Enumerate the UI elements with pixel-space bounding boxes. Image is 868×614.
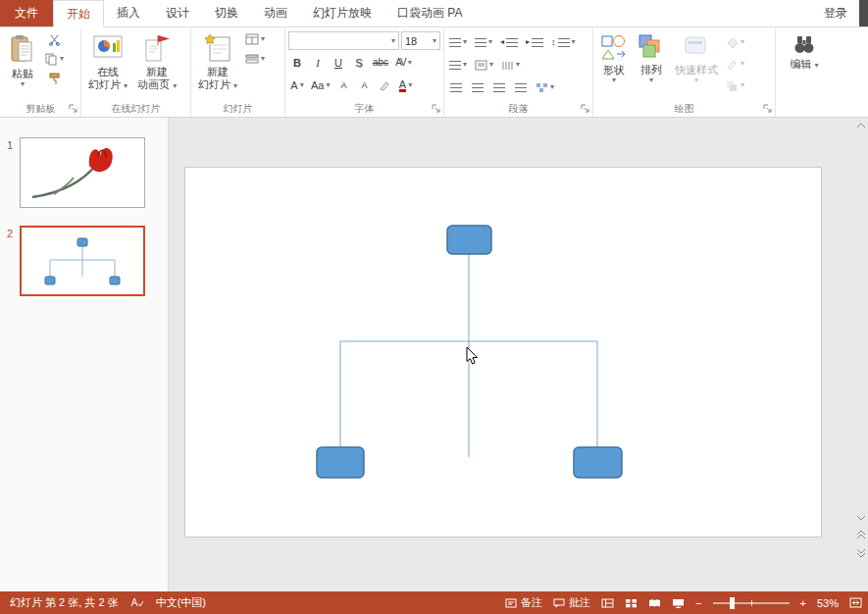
align-right-button[interactable]	[490, 77, 508, 97]
character-shadow-caret-icon: ▾	[300, 81, 304, 89]
paste-caret-icon: ▾	[21, 80, 25, 88]
font-dialog-launcher[interactable]	[432, 104, 441, 114]
normal-view-button[interactable]	[601, 598, 614, 608]
font-size-combobox[interactable]: 18 ▾	[401, 31, 440, 50]
clear-formatting-button[interactable]	[376, 76, 393, 95]
subscript-button[interactable]: A	[355, 76, 373, 95]
reading-view-button[interactable]	[648, 598, 661, 608]
numbering-button[interactable]: ▾	[473, 32, 494, 52]
character-spacing-button[interactable]: AV▾	[393, 53, 414, 73]
spell-check-button[interactable]	[130, 597, 144, 608]
normal-view-icon	[601, 598, 614, 608]
slide-2-thumbnail[interactable]	[20, 226, 145, 296]
slide-layout-button[interactable]: ▾	[243, 29, 267, 49]
comments-toggle-button[interactable]: 批注	[553, 595, 590, 610]
cut-button[interactable]	[43, 29, 66, 49]
statusbar-language[interactable]: 中文(中国)	[156, 595, 206, 610]
tab-design[interactable]: 设计	[153, 0, 202, 26]
copy-button[interactable]: ▾	[43, 49, 66, 69]
font-size-value: 18	[405, 35, 417, 47]
text-direction-button[interactable]: ▾	[447, 55, 469, 75]
org-chart-top-box[interactable]	[447, 226, 491, 254]
tab-insert[interactable]: 插入	[104, 0, 153, 26]
drawing-dialog-launcher[interactable]	[763, 104, 773, 114]
statusbar-slide-info[interactable]: 幻灯片 第 2 张, 共 2 张	[10, 595, 119, 610]
notes-toggle-button[interactable]: 备注	[505, 595, 542, 610]
new-animation-page-label-2: 动画页	[137, 78, 170, 90]
powerpoint-window: 文件 开始 插入 设计 切换 动画 幻灯片放映 口袋动画 PA 登录 粘贴 ▾	[0, 0, 868, 614]
italic-button[interactable]: I	[309, 53, 327, 73]
tab-transitions[interactable]: 切换	[202, 0, 251, 26]
increase-indent-button[interactable]: ▸	[524, 32, 545, 52]
edit-caret-icon: ▾	[815, 61, 819, 70]
justify-button[interactable]	[512, 77, 530, 97]
bullets-button[interactable]: ▾	[447, 32, 469, 52]
tab-home[interactable]: 开始	[53, 0, 104, 27]
tab-pocket-animation[interactable]: 口袋动画 PA	[384, 0, 475, 26]
tab-slideshow[interactable]: 幻灯片放映	[300, 0, 384, 26]
paste-button[interactable]: 粘贴 ▾	[4, 29, 41, 100]
scroll-up-button[interactable]	[856, 123, 866, 128]
tab-animations[interactable]: 动画	[251, 0, 300, 26]
zoom-level[interactable]: 53%	[817, 597, 839, 609]
org-chart-left-box[interactable]	[317, 447, 364, 478]
zoom-out-button[interactable]: −	[695, 597, 701, 609]
slideshow-view-button[interactable]	[672, 598, 685, 608]
format-painter-button[interactable]	[43, 69, 66, 88]
font-color-button[interactable]: A▾	[396, 76, 414, 95]
superscript-button[interactable]: A	[334, 76, 352, 95]
align-text-button[interactable]: ▾	[473, 55, 495, 75]
arrange-button[interactable]: 排列 ▾	[634, 29, 669, 100]
clipboard-group-label: 剪贴板	[26, 102, 56, 116]
online-slides-label-1: 在线	[97, 66, 119, 78]
org-chart-right-box[interactable]	[574, 447, 622, 478]
new-animation-page-caret-icon: ▾	[173, 81, 177, 90]
quick-styles-button[interactable]: 快速样式 ▾	[671, 29, 722, 100]
shape-fill-button[interactable]: ▾	[724, 32, 746, 52]
scroll-down-button[interactable]	[856, 515, 866, 521]
change-case-button[interactable]: Aa▾	[309, 76, 332, 95]
zoom-slider-thumb[interactable]	[730, 597, 735, 609]
character-spacing-caret-icon: ▾	[408, 59, 412, 67]
shape-fill-icon	[726, 37, 739, 48]
underline-button[interactable]: U	[330, 53, 347, 73]
slide-section-button[interactable]: ▾	[243, 49, 267, 69]
character-shadow-button[interactable]: A▾	[288, 76, 306, 95]
font-size-caret-icon: ▾	[433, 37, 436, 45]
login-button[interactable]: 登录	[812, 0, 859, 26]
bold-button[interactable]: B	[288, 53, 306, 73]
new-slide-button[interactable]: 新建 幻灯片 ▾	[194, 29, 241, 100]
online-slides-button[interactable]: 在线 幻灯片 ▾	[84, 29, 131, 100]
strikethrough-button[interactable]: abc	[371, 53, 390, 73]
align-left-icon	[450, 83, 462, 92]
shape-outline-button[interactable]: ▾	[724, 54, 746, 74]
slide-editing-surface[interactable]	[184, 167, 822, 537]
columns-button[interactable]: ▾	[499, 55, 522, 75]
previous-slide-button[interactable]	[856, 530, 866, 539]
paragraph-dialog-launcher[interactable]	[581, 104, 590, 114]
vertical-scrollbar[interactable]	[853, 118, 868, 591]
tab-file[interactable]: 文件	[0, 0, 53, 26]
columns-caret-icon: ▾	[516, 61, 520, 69]
align-left-button[interactable]	[447, 77, 465, 97]
font-name-combobox[interactable]: ▾	[288, 31, 399, 50]
convert-smartart-button[interactable]: ▾	[534, 77, 556, 97]
zoom-slider[interactable]	[713, 602, 790, 604]
fit-slide-to-window-button[interactable]	[849, 597, 862, 608]
edit-button[interactable]: 编辑 ▾	[786, 29, 822, 100]
slide-sorter-view-button[interactable]	[625, 598, 638, 608]
new-animation-page-button[interactable]: 新建 动画页 ▾	[133, 29, 180, 100]
clipboard-dialog-launcher[interactable]	[69, 104, 78, 114]
align-center-button[interactable]	[469, 77, 486, 97]
next-slide-button[interactable]	[856, 548, 866, 558]
font-group: ▾ 18 ▾ B I U S abc AV▾ A▾ A	[285, 28, 444, 117]
zoom-in-button[interactable]: +	[800, 597, 806, 609]
slide-layout-icon	[245, 33, 259, 45]
slide-1-thumbnail[interactable]	[20, 137, 145, 208]
slide-canvas-area	[169, 118, 868, 591]
line-spacing-button[interactable]: ↕▾	[549, 32, 578, 52]
decrease-indent-button[interactable]: ◂	[498, 32, 520, 52]
text-shadow-button[interactable]: S	[350, 53, 368, 73]
shapes-button[interactable]: 形状 ▾	[596, 29, 632, 100]
shape-effects-button[interactable]: ▾	[724, 76, 746, 95]
